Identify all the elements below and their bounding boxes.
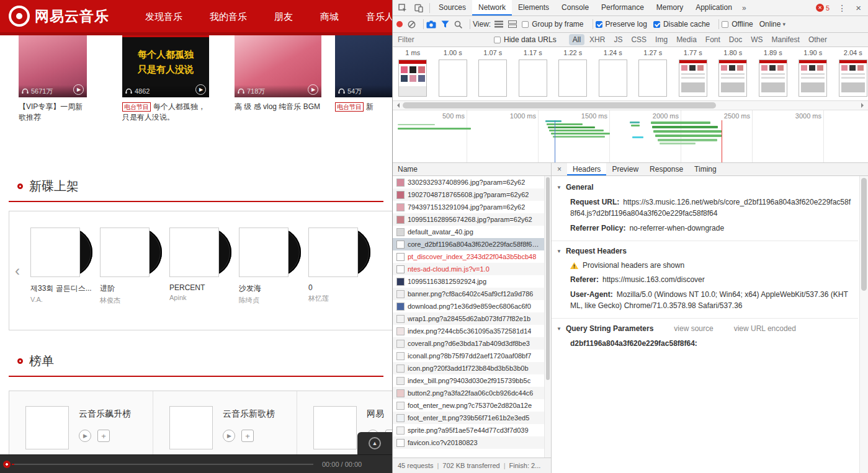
- filmstrip-frame[interactable]: 1.22 s: [553, 47, 593, 100]
- request-row[interactable]: pt_discover_index_2343d22f04a3b5bcb48: [393, 250, 551, 263]
- frame-thumbnail[interactable]: [638, 60, 667, 97]
- resource-type-filter[interactable]: Img: [651, 34, 671, 45]
- playlist-cover-image[interactable]: 718万 ▶: [235, 35, 321, 97]
- resource-type-filter[interactable]: Media: [673, 34, 700, 45]
- playlist-card[interactable]: 每个人都孤独 只是有人没说 4862 ▶ 电台节目每个人都孤独，只是有人没说。: [122, 35, 209, 141]
- playlist-card[interactable]: 54万 ▶ 电台节目新: [335, 35, 392, 141]
- playlist-caption[interactable]: 电台节目新: [335, 102, 392, 112]
- section-title[interactable]: 榜单: [29, 353, 54, 369]
- request-row[interactable]: iconall.png?8b75f97dd2aef1720aaf08bf7: [393, 350, 551, 362]
- request-headers-section-header[interactable]: ▼ Request Headers: [552, 244, 858, 259]
- album-cover[interactable]: [308, 228, 358, 277]
- vscroll-thumb[interactable]: [861, 178, 867, 291]
- request-row[interactable]: foot_enter_new.png?c75370e2d820a12e: [393, 399, 551, 412]
- throttling-dropdown[interactable]: Online ▾: [759, 20, 785, 29]
- filter-input[interactable]: [398, 35, 494, 44]
- album-item[interactable]: 沙发海 陈绮贞: [239, 228, 308, 330]
- chart-title[interactable]: 云音乐新歌榜: [223, 409, 297, 420]
- chart-play-button[interactable]: ▶: [79, 430, 91, 442]
- filmstrip-frame[interactable]: 1.24 s: [593, 47, 633, 100]
- group-by-frame-checkbox[interactable]: Group by frame: [522, 20, 583, 29]
- devtools-tab[interactable]: Application: [689, 0, 738, 15]
- frame-thumbnail[interactable]: [558, 60, 587, 97]
- preserve-log-checkbox[interactable]: Preserve log: [596, 20, 647, 29]
- request-row[interactable]: 109951163812592924.jpg: [393, 275, 551, 288]
- frame-thumbnail[interactable]: [799, 60, 827, 97]
- query-params-section-header[interactable]: ▼ Query String Parameters view source vi…: [552, 321, 858, 336]
- device-toolbar-icon[interactable]: [411, 1, 427, 15]
- album-title[interactable]: 沙发海: [239, 283, 303, 294]
- nav-item[interactable]: 朋友: [261, 0, 306, 34]
- album-title[interactable]: 进阶: [100, 283, 164, 294]
- capture-screenshots-button[interactable]: [426, 20, 436, 29]
- devtools-close-icon[interactable]: ×: [851, 2, 866, 13]
- resource-type-filter[interactable]: Manifest: [768, 34, 803, 45]
- devtools-tab[interactable]: Console: [555, 0, 595, 15]
- details-tab[interactable]: Response: [644, 163, 689, 175]
- chart-add-button[interactable]: +: [97, 430, 110, 442]
- details-tab[interactable]: Preview: [606, 163, 644, 175]
- playlist-caption[interactable]: 电台节目每个人都孤独，只是有人没说。: [122, 102, 209, 123]
- filmstrip-frame[interactable]: 1 ms: [393, 47, 433, 100]
- request-row[interactable]: icon.png?20f3add1f723b84bd3b5b3b0b: [393, 362, 551, 374]
- vscroll-thumb[interactable]: [546, 177, 550, 380]
- name-column-header[interactable]: Name: [393, 163, 551, 176]
- album-cover[interactable]: [100, 228, 150, 277]
- filmstrip-frame[interactable]: 1.27 s: [633, 47, 673, 100]
- frame-thumbnail[interactable]: [839, 60, 867, 97]
- devtools-tab[interactable]: Sources: [432, 0, 472, 15]
- album-title[interactable]: 0: [308, 283, 373, 292]
- request-list-scrollbar[interactable]: [544, 176, 551, 458]
- site-logo[interactable]: 网易云音乐: [0, 6, 109, 27]
- details-close-icon[interactable]: ×: [552, 165, 567, 174]
- album-artist[interactable]: Apink: [169, 294, 239, 301]
- network-overview[interactable]: 500 ms 1000 ms 1500 ms 2000 ms 2500 ms: [393, 110, 868, 163]
- scroll-right-arrow-icon[interactable]: [861, 103, 866, 108]
- playlist-card[interactable]: 718万 ▶ 高 级 感 vlog 纯音乐 BGM: [235, 35, 321, 141]
- devtools-tab[interactable]: Performance: [595, 0, 650, 15]
- frame-thumbnail[interactable]: [759, 60, 787, 97]
- nav-item[interactable]: 音乐人: [352, 0, 392, 34]
- request-row[interactable]: index.png?244cb5c361095a3572581d14: [393, 325, 551, 337]
- play-button[interactable]: ▶: [73, 84, 84, 95]
- playlist-card[interactable]: 5671万 ▶ 【VIP专享】一周新歌推荐: [19, 35, 87, 141]
- chart-cover[interactable]: [169, 406, 213, 449]
- devtools-tab[interactable]: Elements: [512, 0, 555, 15]
- chart-title[interactable]: 网易: [367, 409, 392, 420]
- playlist-cover-image[interactable]: 54万 ▶: [335, 35, 392, 97]
- album-artist[interactable]: 陈绮贞: [239, 296, 308, 305]
- filmstrip-frame[interactable]: 1.77 s: [673, 47, 714, 100]
- request-row[interactable]: wrap1.png?a28455d62ab073fd77f82e1b: [393, 312, 551, 325]
- shelf-prev-arrow[interactable]: ‹: [15, 262, 20, 280]
- player-expand-tab[interactable]: ▲: [357, 432, 392, 454]
- filmstrip-frame[interactable]: 1.17 s: [513, 47, 553, 100]
- request-row[interactable]: banner.png?cf8ac6402c45af9cf12a9d786: [393, 288, 551, 300]
- view-list-button[interactable]: [494, 20, 503, 28]
- play-button[interactable]: ▶: [195, 84, 206, 95]
- details-tab[interactable]: Headers: [567, 163, 606, 175]
- player-progress-track[interactable]: [12, 464, 313, 465]
- request-row[interactable]: index_bill.png?9403d030e2f915739bb5c: [393, 374, 551, 387]
- resource-type-filter[interactable]: WS: [747, 34, 766, 45]
- resource-type-filter[interactable]: JS: [610, 34, 626, 45]
- devtools-tab[interactable]: Network: [472, 0, 512, 15]
- filmstrip-frame[interactable]: 1.00 s: [433, 47, 473, 100]
- clear-button[interactable]: [408, 20, 416, 29]
- request-row[interactable]: core_d2bf1196a804a3f620e229fac58f8f64.js: [393, 238, 551, 250]
- search-button[interactable]: [454, 20, 462, 29]
- resource-type-filter[interactable]: All: [569, 34, 584, 45]
- filmstrip-hscrollbar[interactable]: [393, 101, 868, 110]
- filmstrip-frame[interactable]: 1.90 s: [793, 47, 833, 100]
- playlist-cover-image[interactable]: 5671万 ▶: [19, 35, 87, 97]
- chart-add-button[interactable]: +: [241, 430, 254, 442]
- album-artist[interactable]: 林俊杰: [100, 296, 169, 305]
- disable-cache-checkbox[interactable]: Disable cache: [653, 20, 710, 29]
- playlist-cover-image[interactable]: 每个人都孤独 只是有人没说 4862 ▶: [122, 35, 209, 97]
- inspect-element-icon[interactable]: [395, 1, 411, 15]
- nav-item[interactable]: 我的音乐: [196, 0, 261, 34]
- request-row[interactable]: coverall.png?d6e3bda17ab409d3df8be3: [393, 337, 551, 350]
- chart-title[interactable]: 云音乐飙升榜: [79, 409, 153, 420]
- play-button[interactable]: ▶: [308, 84, 318, 95]
- chart-cover[interactable]: [313, 406, 357, 449]
- album-title[interactable]: 제33회 골든디스...: [30, 283, 95, 294]
